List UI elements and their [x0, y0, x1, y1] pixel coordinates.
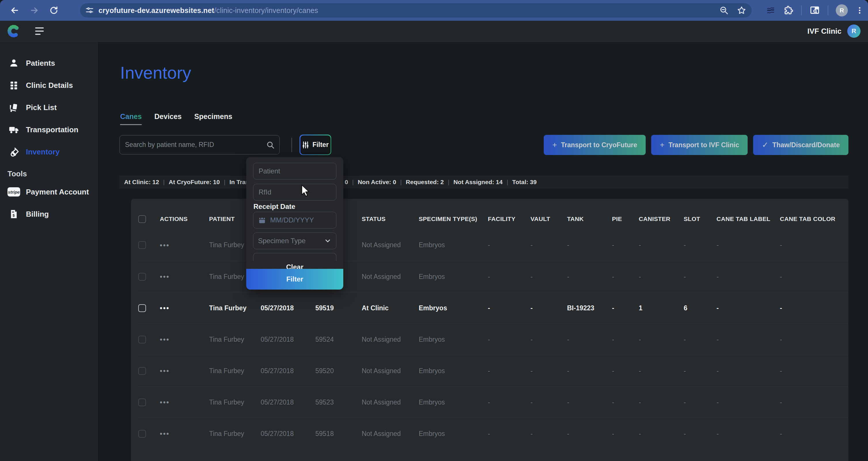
browser-menu-icon[interactable] [855, 6, 864, 15]
browser-reload-icon[interactable] [47, 4, 60, 17]
column-header-specimen-type-s-: SPECIMEN TYPE(S) [419, 215, 488, 223]
browser-forward-icon[interactable] [28, 4, 41, 17]
cell-receipt-date: 05/27/2018 [260, 430, 315, 438]
transport-to-cryofuture-button[interactable]: +Transport to CryoFuture [544, 135, 646, 155]
table-row[interactable]: •••Tina Furbey05/27/201859523Not Assigne… [138, 386, 848, 418]
filter-rfid-input[interactable] [253, 184, 336, 201]
inventory-stats-bar: At Clinic: 12|At CryoFuture: 10|In Trans… [120, 176, 848, 189]
table-row[interactable]: •••Tina Furbey05/27/201859524Not Assigne… [138, 323, 848, 355]
canes-table: ACTIONSPATIENTSTATUSSPECIMEN TYPE(S)FACI… [131, 199, 848, 461]
cell-facility: - [488, 304, 530, 312]
cell-tab-color: - [780, 399, 848, 406]
cell-tab-label: - [716, 336, 780, 343]
row-actions-menu[interactable]: ••• [160, 272, 209, 281]
sidebar-item-patients[interactable]: Patients [7, 56, 98, 70]
tab-specimens[interactable]: Specimens [194, 112, 232, 125]
filter-button-label: Filter [312, 141, 329, 149]
person-icon [7, 58, 20, 68]
tab-canes[interactable]: Canes [120, 112, 142, 125]
sidebar-toggle-icon[interactable] [35, 27, 44, 35]
tab-devices[interactable]: Devices [154, 112, 182, 125]
row-actions-menu[interactable]: ••• [160, 304, 209, 312]
row-actions-menu[interactable]: ••• [160, 430, 209, 438]
row-checkbox[interactable] [138, 273, 146, 281]
cell-status: Not Assigned [362, 241, 419, 249]
table-row[interactable]: •••Tina FurbeyNot AssignedEmbryos-------… [138, 229, 848, 261]
browser-profile-avatar[interactable]: R [836, 4, 848, 17]
sidebar-item-payment-account[interactable]: stripePayment Account [7, 185, 98, 199]
cell-patient: Tina Furbey [209, 399, 260, 406]
cell-tab-label: - [716, 430, 780, 438]
row-actions-menu[interactable]: ••• [160, 241, 209, 249]
select-all-checkbox[interactable] [138, 215, 146, 223]
sidebar-item-transportation[interactable]: Transportation [7, 122, 98, 137]
cell-vault: - [530, 304, 567, 312]
cell-specimen: Embryos [419, 273, 488, 281]
browser-toolbar: cryofuture-dev.azurewebsites.net/clinic-… [0, 0, 868, 21]
stat-separator: | [163, 179, 164, 185]
search-icon[interactable] [266, 141, 275, 149]
table-row[interactable]: •••Tina FurbeyNot AssignedEmbryos-------… [138, 261, 848, 292]
filter-apply-button[interactable]: Filter [246, 269, 343, 290]
column-header-canister: CANISTER [639, 215, 684, 223]
cell-rfid: 59518 [315, 430, 362, 438]
site-settings-icon[interactable] [85, 6, 94, 15]
sidebar-item-clinic-details[interactable]: Clinic Details [7, 78, 98, 92]
calendar-icon [258, 216, 266, 224]
action-button-label: Transport to IVF Clinic [669, 141, 739, 149]
chevron-down-icon [324, 237, 332, 244]
row-checkbox[interactable] [138, 430, 146, 438]
cell-slot: - [684, 399, 716, 406]
cell-tab-label: - [716, 273, 780, 281]
url-text: cryofuture-dev.azurewebsites.net/clinic-… [98, 6, 318, 15]
table-row[interactable]: •••Tina Furbey05/27/201859519At ClinicEm… [138, 292, 848, 323]
side-search-icon[interactable] [809, 5, 820, 16]
filter-patient-input[interactable] [253, 163, 336, 179]
cell-tank: - [567, 336, 612, 343]
row-checkbox[interactable] [138, 367, 146, 375]
row-checkbox[interactable] [138, 304, 146, 312]
cell-tank: - [567, 241, 612, 249]
cell-status: Not Assigned [362, 430, 419, 438]
cell-facility: - [488, 430, 530, 438]
table-row[interactable]: •••Tina Furbey05/27/201859520Not Assigne… [138, 355, 848, 386]
bookmark-star-icon[interactable] [737, 5, 746, 15]
search-input[interactable] [120, 141, 266, 149]
browser-back-icon[interactable] [8, 4, 21, 17]
invoice-icon: $ [7, 209, 20, 219]
filter-extra-field-partial[interactable] [253, 253, 336, 261]
table-row[interactable]: •••Tina Furbey05/27/201859518Not Assigne… [138, 418, 848, 449]
cell-tab-label: - [716, 304, 780, 312]
zoom-out-icon[interactable] [719, 6, 728, 15]
user-avatar[interactable]: R [847, 25, 861, 38]
row-actions-menu[interactable]: ••• [160, 367, 209, 375]
sidebar-item-billing[interactable]: $Billing [7, 207, 98, 221]
row-checkbox[interactable] [138, 399, 146, 406]
cell-receipt-date: 05/27/2018 [260, 336, 315, 343]
truck-icon [7, 124, 20, 135]
cell-specimen: Embryos [419, 241, 488, 249]
row-actions-menu[interactable]: ••• [160, 398, 209, 406]
row-checkbox[interactable] [138, 241, 146, 249]
extensions-puzzle-icon[interactable] [783, 5, 794, 16]
transport-to-ivf-clinic-button[interactable]: +Transport to IVF Clinic [651, 135, 748, 155]
specimen-type-placeholder: Specimen Type [258, 237, 306, 245]
stat-segment: At CryoFuture: 10 [169, 179, 220, 185]
filter-button[interactable]: Filter [300, 135, 331, 155]
column-header-vault: VAULT [530, 215, 567, 223]
cell-pie: - [612, 304, 639, 312]
sidebar-item-inventory[interactable]: Inventory [7, 145, 98, 159]
row-actions-menu[interactable]: ••• [160, 335, 209, 343]
sidebar-item-pick-list[interactable]: Pick List [7, 100, 98, 115]
thaw-discard-donate-button[interactable]: ✓Thaw/Discard/Donate [753, 135, 848, 155]
stat-separator: | [400, 179, 402, 185]
stat-segment: 0 [345, 179, 348, 185]
row-checkbox[interactable] [138, 336, 146, 343]
address-bar[interactable]: cryofuture-dev.azurewebsites.net/clinic-… [80, 3, 752, 18]
filter-receipt-date-input[interactable]: MM/DD/YYYY [253, 212, 336, 229]
filter-specimen-type-select[interactable]: Specimen Type [253, 232, 336, 249]
extension-flag-icon[interactable] [766, 5, 776, 16]
bulk-action-buttons: +Transport to CryoFuture+Transport to IV… [544, 135, 848, 155]
cell-pie: - [612, 367, 639, 375]
column-header-actions: ACTIONS [160, 215, 209, 223]
